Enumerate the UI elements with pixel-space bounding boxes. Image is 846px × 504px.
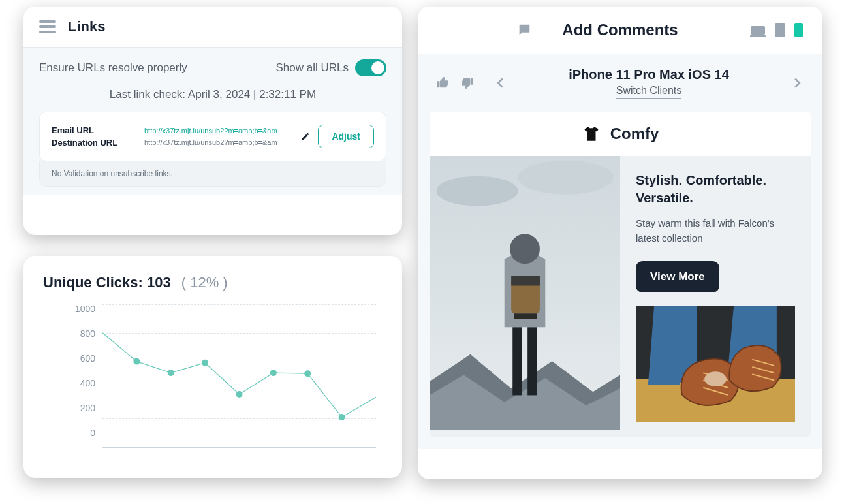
ensure-label: Ensure URLs resolve properly [39, 61, 187, 74]
last-check-text: Last link check: April 3, 2024 | 2:32:11… [39, 88, 386, 101]
dest-url-value: http://x37tz.mjt.lu/unsub2?m=amp;b=&am [144, 138, 293, 146]
clicks-title: Unique Clicks: 103 ( 12% ) [37, 274, 389, 291]
menu-icon[interactable] [39, 20, 56, 33]
desktop-icon[interactable] [750, 25, 766, 37]
dest-url-label: Destination URL [52, 138, 136, 148]
device-switcher [750, 23, 803, 37]
svg-rect-8 [750, 35, 766, 37]
email-url-label: Email URL [52, 125, 136, 135]
comments-panel: Add Comments iPhone 11 Pro Max iOS 14 Sw… [418, 7, 822, 479]
hero-image-main [430, 156, 620, 430]
clicks-panel: Unique Clicks: 103 ( 12% ) 1000 800 600 … [24, 256, 402, 478]
device-name: iPhone 11 Pro Max iOS 14 [508, 67, 790, 82]
svg-rect-16 [512, 327, 522, 395]
view-more-button[interactable]: View More [636, 261, 719, 292]
svg-rect-17 [527, 327, 537, 395]
no-validation-note: No Validation on unsubscribe links. [39, 161, 386, 187]
svg-point-12 [436, 176, 518, 206]
links-title: Links [68, 18, 105, 35]
thumbs-down-icon[interactable] [460, 76, 474, 90]
svg-point-0 [133, 358, 140, 365]
email-url-value: http://x37tz.mjt.lu/unsub2?m=amp;b=&am [144, 127, 293, 134]
links-body: Ensure URLs resolve properly Show all UR… [24, 48, 402, 195]
svg-point-18 [510, 234, 540, 264]
svg-rect-20 [511, 276, 540, 286]
clicks-chart: 1000 800 600 400 200 0 [37, 298, 389, 461]
svg-rect-10 [794, 23, 803, 37]
svg-point-3 [236, 391, 243, 398]
thumbs-up-icon[interactable] [436, 76, 450, 90]
svg-point-13 [518, 161, 614, 195]
hero-image-secondary [636, 306, 795, 422]
svg-rect-21 [514, 313, 537, 319]
svg-point-2 [202, 360, 208, 366]
phone-icon[interactable] [794, 23, 803, 37]
show-all-row: Ensure URLs resolve properly Show all UR… [39, 59, 386, 76]
links-header: Links [24, 7, 402, 48]
svg-rect-7 [751, 26, 765, 35]
chart-area [102, 304, 376, 448]
y-tick: 600 [80, 353, 95, 364]
y-tick: 800 [80, 328, 95, 339]
svg-point-5 [304, 370, 311, 377]
shirt-icon [582, 125, 601, 142]
chevron-left-icon[interactable] [494, 76, 508, 90]
edit-icon[interactable] [301, 132, 310, 141]
links-panel: Links Ensure URLs resolve properly Show … [24, 7, 402, 235]
clicks-count: Unique Clicks: 103 [43, 274, 171, 291]
show-all-label: Show all URLs [276, 61, 349, 74]
svg-point-24 [704, 371, 727, 386]
y-tick: 200 [80, 403, 95, 413]
hero-copy: Stylish. Comfortable. Versatile. Stay wa… [620, 156, 811, 437]
svg-rect-9 [775, 23, 785, 37]
comment-icon[interactable] [516, 23, 533, 37]
hero-tagline: Stylish. Comfortable. Versatile. [636, 172, 795, 207]
svg-point-1 [168, 370, 174, 376]
svg-point-6 [339, 414, 345, 420]
comments-header: Add Comments [418, 7, 822, 54]
y-tick: 1000 [75, 304, 95, 314]
client-bar: iPhone 11 Pro Max iOS 14 Switch Clients [418, 54, 822, 112]
comments-title: Add Comments [562, 21, 678, 39]
hero-section: Stylish. Comfortable. Versatile. Stay wa… [430, 156, 811, 437]
url-card: Email URL Destination URL http://x37tz.m… [39, 112, 386, 187]
switch-clients-link[interactable]: Switch Clients [616, 85, 682, 99]
brand-header: Comfy [430, 112, 811, 156]
adjust-button[interactable]: Adjust [318, 125, 374, 148]
show-all-toggle[interactable] [355, 59, 386, 76]
y-tick: 400 [80, 378, 95, 388]
y-tick: 0 [90, 428, 95, 438]
url-row: Email URL Destination URL http://x37tz.m… [39, 112, 386, 161]
chevron-right-icon[interactable] [790, 76, 804, 90]
clicks-percent: ( 12% ) [181, 274, 228, 291]
email-preview: Comfy [418, 112, 822, 449]
svg-point-4 [270, 370, 277, 376]
brand-name: Comfy [610, 125, 659, 143]
tablet-icon[interactable] [775, 23, 785, 37]
hero-desc: Stay warm this fall with Falcon's latest… [636, 216, 795, 245]
